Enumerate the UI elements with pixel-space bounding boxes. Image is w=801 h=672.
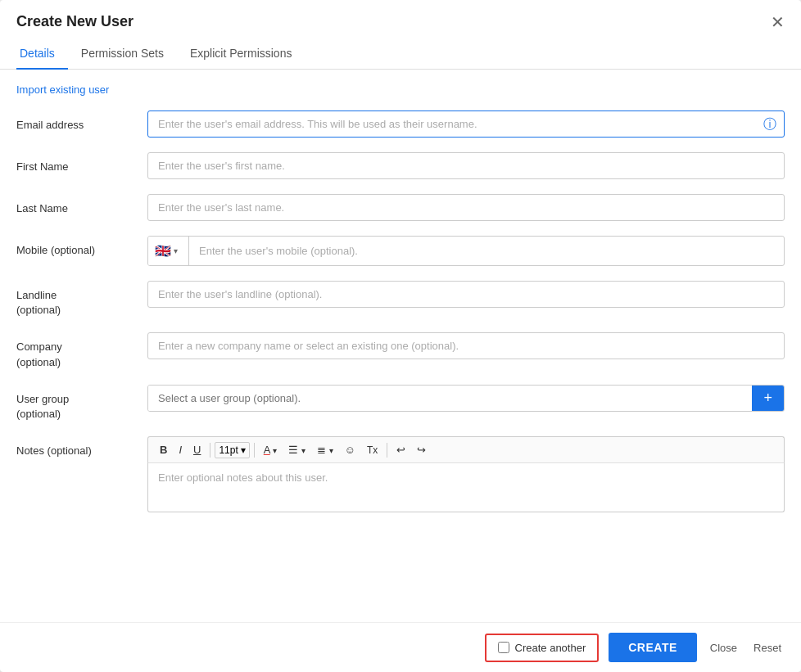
tab-permission-sets[interactable]: Permission Sets bbox=[68, 38, 177, 70]
landline-label: Landline(optional) bbox=[16, 281, 147, 318]
undo-button[interactable]: ↩ bbox=[391, 441, 410, 458]
toolbar-separator-2 bbox=[254, 443, 255, 458]
create-another-label[interactable]: Create another bbox=[515, 642, 586, 654]
notes-placeholder: Enter optional notes about this user. bbox=[158, 471, 328, 484]
company-row: Company(optional) bbox=[16, 332, 785, 369]
notes-label: Notes (optional) bbox=[16, 436, 147, 458]
first-name-label: First Name bbox=[16, 152, 147, 174]
notes-body[interactable]: Enter optional notes about this user. bbox=[147, 463, 785, 512]
clear-format-button[interactable]: Tx bbox=[362, 442, 382, 458]
create-another-checkbox[interactable] bbox=[498, 642, 509, 653]
tab-details[interactable]: Details bbox=[16, 38, 68, 70]
modal-header: Create New User ✕ bbox=[0, 0, 801, 30]
import-existing-user-link[interactable]: Import existing user bbox=[16, 83, 109, 96]
modal-title: Create New User bbox=[16, 13, 134, 30]
close-icon[interactable]: ✕ bbox=[771, 14, 785, 30]
dropdown-arrow-icon: ▾ bbox=[174, 246, 178, 255]
flag-uk-icon: 🇬🇧 bbox=[155, 243, 171, 259]
toolbar-separator-1 bbox=[210, 443, 210, 458]
email-label: Email address bbox=[16, 110, 147, 133]
numbered-list-button[interactable]: ≣ ▾ bbox=[312, 441, 338, 458]
last-name-input[interactable] bbox=[147, 194, 785, 221]
email-wrapper: ⓘ bbox=[147, 110, 785, 138]
notes-row: Notes (optional) B I U 11pt ▾ A ▾ bbox=[16, 436, 785, 512]
create-another-wrapper: Create another bbox=[485, 634, 600, 662]
tab-bar: Details Permission Sets Explicit Permiss… bbox=[0, 38, 801, 70]
email-row: Email address ⓘ bbox=[16, 110, 785, 138]
notes-toolbar: B I U 11pt ▾ A ▾ ☰ ▾ bbox=[147, 436, 785, 463]
italic-button[interactable]: I bbox=[174, 441, 187, 458]
add-user-group-button[interactable]: + bbox=[752, 386, 784, 411]
mobile-wrapper: 🇬🇧 ▾ bbox=[147, 236, 785, 266]
create-button[interactable]: CREATE bbox=[609, 633, 697, 662]
reset-button[interactable]: Reset bbox=[750, 637, 785, 659]
user-group-label: User group(optional) bbox=[16, 385, 147, 422]
mobile-row: Mobile (optional) 🇬🇧 ▾ bbox=[16, 236, 785, 266]
mobile-label: Mobile (optional) bbox=[16, 236, 147, 258]
first-name-input[interactable] bbox=[147, 152, 785, 179]
info-icon[interactable]: ⓘ bbox=[763, 115, 776, 133]
company-input[interactable] bbox=[147, 332, 785, 359]
bullet-list-dropdown-arrow: ▾ bbox=[301, 446, 305, 455]
modal-footer: Create another CREATE Close Reset bbox=[0, 622, 801, 672]
font-color-dropdown-arrow: ▾ bbox=[273, 446, 277, 455]
font-color-button[interactable]: A ▾ bbox=[259, 441, 283, 458]
user-group-row: User group(optional) + bbox=[16, 385, 785, 422]
landline-row: Landline(optional) bbox=[16, 281, 785, 318]
notes-wrapper: B I U 11pt ▾ A ▾ ☰ ▾ bbox=[147, 436, 785, 512]
first-name-row: First Name bbox=[16, 152, 785, 179]
bullet-list-button[interactable]: ☰ ▾ bbox=[283, 441, 310, 458]
landline-input[interactable] bbox=[147, 281, 785, 308]
country-code-selector[interactable]: 🇬🇧 ▾ bbox=[148, 237, 189, 265]
tab-explicit-permissions[interactable]: Explicit Permissions bbox=[177, 38, 305, 70]
redo-button[interactable]: ↪ bbox=[412, 441, 431, 458]
modal-body: Import existing user Email address ⓘ Fir… bbox=[0, 70, 801, 622]
last-name-label: Last Name bbox=[16, 194, 147, 216]
underline-button[interactable]: U bbox=[188, 441, 206, 458]
last-name-row: Last Name bbox=[16, 194, 785, 221]
create-user-modal: Create New User ✕ Details Permission Set… bbox=[0, 0, 801, 672]
font-size-dropdown-arrow: ▾ bbox=[241, 444, 246, 456]
bold-button[interactable]: B bbox=[155, 441, 172, 458]
user-group-wrapper: + bbox=[147, 385, 785, 412]
font-size-selector[interactable]: 11pt ▾ bbox=[215, 442, 249, 458]
toolbar-separator-3 bbox=[387, 443, 387, 458]
emoji-button[interactable]: ☺ bbox=[340, 441, 360, 458]
user-group-input[interactable] bbox=[148, 386, 752, 411]
numbered-list-dropdown-arrow: ▾ bbox=[329, 446, 333, 455]
company-label: Company(optional) bbox=[16, 332, 147, 369]
email-input[interactable] bbox=[147, 110, 785, 138]
close-button[interactable]: Close bbox=[707, 637, 740, 659]
mobile-input[interactable] bbox=[189, 238, 784, 264]
